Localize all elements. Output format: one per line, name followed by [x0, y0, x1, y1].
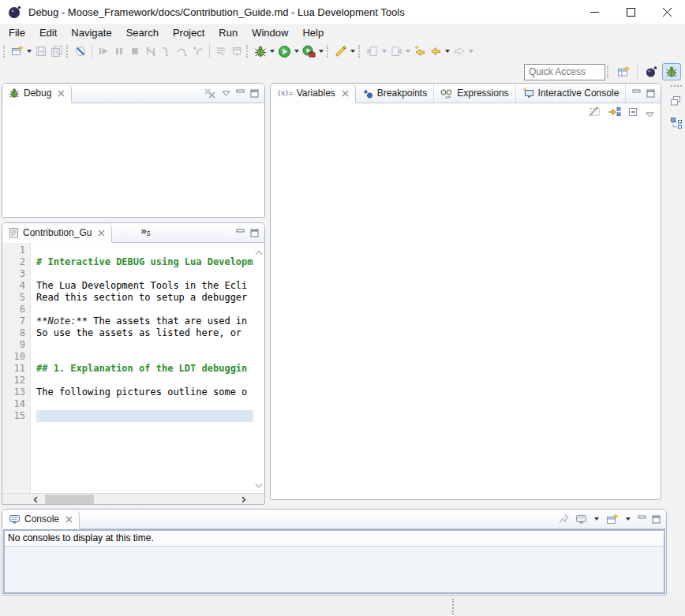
- drop-to-frame-button[interactable]: [229, 43, 245, 60]
- trim-drag-handle[interactable]: [671, 85, 682, 88]
- tab-expressions[interactable]: x= Expressions: [434, 84, 515, 103]
- minimize-icon[interactable]: [236, 89, 245, 97]
- close-icon[interactable]: [342, 90, 349, 97]
- menu-edit[interactable]: Edit: [32, 25, 64, 40]
- editor-line[interactable]: 15: [2, 410, 253, 422]
- save-all-button[interactable]: [49, 43, 65, 60]
- display-selected-console-button[interactable]: [575, 513, 587, 525]
- maximize-icon[interactable]: [250, 229, 259, 237]
- tab-contribution-guide[interactable]: Contribution_Gu: [2, 223, 112, 243]
- menu-search[interactable]: Search: [119, 25, 166, 40]
- open-perspective-button[interactable]: [614, 63, 633, 80]
- lua-perspective-button[interactable]: [642, 63, 661, 80]
- remove-all-terminated-button[interactable]: [204, 88, 216, 99]
- menu-project[interactable]: Project: [166, 25, 211, 40]
- pin-console-button[interactable]: [558, 513, 570, 525]
- maximize-icon[interactable]: [250, 89, 259, 98]
- window-minimize-button[interactable]: [576, 0, 612, 24]
- disconnect-button[interactable]: [143, 43, 159, 60]
- tab-variables[interactable]: (x)= Variables: [271, 84, 356, 103]
- editor-lines[interactable]: 12# Interactive DEBUG using Lua Developm…: [2, 245, 253, 422]
- scroll-up-icon[interactable]: [255, 245, 263, 259]
- editor-line[interactable]: 10: [2, 351, 253, 363]
- run-dropdown[interactable]: [294, 50, 299, 53]
- toolbar-grip[interactable]: [66, 45, 70, 58]
- menu-file[interactable]: File: [2, 25, 32, 40]
- back-dropdown[interactable]: [445, 50, 450, 53]
- editor-line[interactable]: 11## 1. Explanation of the LDT debuggin: [2, 363, 253, 375]
- close-icon[interactable]: [66, 516, 73, 523]
- previous-annotation-button[interactable]: [388, 43, 404, 60]
- status-drag-handle[interactable]: [452, 599, 454, 614]
- editor-line[interactable]: 2# Interactive DEBUG using Lua Developm: [2, 256, 253, 268]
- menu-run[interactable]: Run: [211, 25, 245, 40]
- editor-line[interactable]: 14: [2, 398, 253, 410]
- scrollbar-thumb[interactable]: [45, 495, 94, 504]
- editor-line[interactable]: 5Read this section to setup a debugger: [2, 292, 253, 304]
- tab-breakpoints[interactable]: Breakpoints: [356, 84, 434, 103]
- toolbar-grip[interactable]: [358, 45, 362, 58]
- outline-view-button[interactable]: [670, 117, 683, 133]
- debug-view-content[interactable]: [2, 103, 264, 217]
- minimize-icon[interactable]: [236, 229, 245, 237]
- external-tools-button[interactable]: [301, 43, 317, 60]
- back-button[interactable]: [428, 43, 444, 60]
- editor-line[interactable]: 7**Note:** The assets that are used in: [2, 315, 253, 327]
- menu-help[interactable]: Help: [295, 25, 331, 40]
- new-wizard-dropdown[interactable]: [27, 50, 32, 53]
- editor-line[interactable]: 12: [2, 375, 253, 386]
- toolbar-grip[interactable]: [607, 65, 611, 78]
- collapse-all-button[interactable]: [627, 106, 639, 121]
- editor-line[interactable]: 8So use the assets as listed here, or: [2, 327, 253, 339]
- debug-button[interactable]: [253, 43, 268, 60]
- show-type-names-button[interactable]: [588, 106, 601, 121]
- previous-annotation-dropdown[interactable]: [406, 50, 410, 53]
- horizontal-scrollbar[interactable]: [2, 493, 264, 504]
- editor-line[interactable]: 4The Lua Development Tools in the Ecli: [2, 280, 253, 292]
- terminate-button[interactable]: [127, 43, 143, 60]
- editor-line[interactable]: 13The following pictures outline some o: [2, 386, 253, 398]
- scroll-down-icon[interactable]: [255, 477, 263, 491]
- tab-interactive-console[interactable]: Interactive Console: [516, 84, 627, 103]
- menu-navigate[interactable]: Navigate: [64, 25, 118, 40]
- suspend-button[interactable]: [111, 43, 127, 60]
- new-wizard-button[interactable]: [9, 43, 25, 60]
- step-into-button[interactable]: [159, 43, 174, 60]
- open-console-dropdown[interactable]: [626, 517, 631, 521]
- debug-perspective-button[interactable]: [662, 63, 681, 80]
- close-icon[interactable]: [98, 230, 105, 237]
- scroll-right-icon[interactable]: [238, 495, 250, 504]
- restore-view-button[interactable]: [670, 95, 682, 110]
- save-button[interactable]: [33, 43, 49, 60]
- run-button[interactable]: [276, 43, 293, 60]
- show-logical-structures-button[interactable]: [608, 106, 621, 121]
- minimize-icon[interactable]: [632, 89, 641, 97]
- window-maximize-button[interactable]: [612, 0, 649, 24]
- editor-line[interactable]: 9: [2, 339, 253, 351]
- toolbar-grip[interactable]: [3, 45, 7, 58]
- menu-window[interactable]: Window: [245, 25, 295, 40]
- toolbar-grip[interactable]: [246, 45, 250, 58]
- maximize-icon[interactable]: [652, 515, 661, 524]
- step-over-button[interactable]: [174, 43, 190, 60]
- step-return-button[interactable]: [190, 43, 206, 60]
- editor-content[interactable]: 12# Interactive DEBUG using Lua Developm…: [2, 243, 264, 493]
- open-console-button[interactable]: [606, 513, 619, 525]
- editor-line[interactable]: 3: [2, 268, 253, 280]
- view-menu-icon[interactable]: [646, 106, 654, 121]
- use-step-filters-button[interactable]: [213, 43, 229, 60]
- resume-button[interactable]: [95, 43, 111, 60]
- highlighter-button[interactable]: [333, 43, 349, 60]
- quick-access-input[interactable]: [524, 64, 605, 80]
- window-close-button[interactable]: [649, 0, 685, 24]
- external-tools-dropdown[interactable]: [319, 50, 324, 53]
- close-icon[interactable]: [58, 90, 65, 97]
- next-annotation-button[interactable]: [365, 43, 380, 60]
- skip-all-breakpoints-button[interactable]: [73, 43, 88, 60]
- maximize-icon[interactable]: [646, 89, 655, 98]
- minimize-icon[interactable]: [638, 515, 646, 523]
- forward-button[interactable]: [451, 43, 467, 60]
- editor-line[interactable]: 1: [2, 245, 253, 256]
- scroll-left-icon[interactable]: [29, 495, 42, 504]
- hidden-editors-chevron[interactable]: »5: [140, 223, 150, 242]
